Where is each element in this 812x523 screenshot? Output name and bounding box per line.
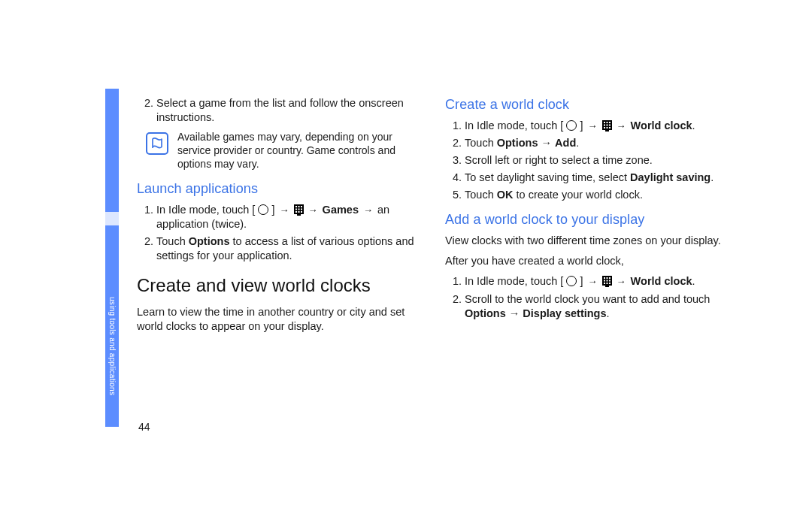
svg-rect-3	[301, 206, 302, 207]
svg-rect-29	[604, 283, 605, 284]
svg-rect-17	[609, 124, 611, 125]
svg-rect-6	[301, 208, 302, 210]
menu-grid-icon	[602, 276, 612, 287]
svg-rect-27	[606, 280, 607, 282]
launch-steps: In Idle mode, touch [ ] → → Games → an a…	[137, 203, 415, 264]
add-world-clock-intro: View clocks with two different time zone…	[445, 234, 723, 248]
menu-grid-icon	[294, 204, 304, 216]
svg-rect-1	[295, 206, 297, 207]
svg-rect-9	[301, 211, 302, 213]
svg-rect-20	[609, 127, 611, 128]
list-item: To set daylight saving time, select Dayl…	[465, 171, 723, 185]
list-item: Touch OK to create your world clock.	[465, 188, 723, 202]
right-column: Create a world clock In Idle mode, touch…	[445, 96, 723, 340]
heading-add-world-clock: Add a world clock to your display	[445, 211, 723, 229]
heading-create-world-clock: Create a world clock	[445, 96, 723, 114]
list-item: In Idle mode, touch [ ] → → Games → an a…	[156, 203, 415, 231]
home-key-icon	[258, 204, 268, 215]
side-accent-break	[105, 212, 119, 225]
note-text: Available games may vary, depending on y…	[177, 131, 415, 171]
svg-rect-21	[605, 130, 609, 132]
svg-rect-28	[609, 280, 611, 282]
page-number: 44	[138, 421, 150, 433]
svg-rect-30	[606, 283, 607, 284]
svg-rect-12	[604, 122, 605, 123]
svg-rect-13	[606, 122, 607, 123]
left-column: Select a game from the list and follow t…	[137, 96, 415, 340]
list-item: Select a game from the list and follow t…	[156, 96, 415, 125]
side-section-label: using tools and applications	[108, 297, 117, 432]
manual-page: using tools and applications Select a ga…	[0, 0, 812, 523]
svg-rect-14	[609, 122, 611, 123]
svg-rect-7	[295, 211, 297, 213]
svg-rect-25	[609, 277, 611, 279]
home-key-icon	[566, 276, 577, 286]
world-clocks-intro: Learn to view the time in another countr…	[137, 305, 415, 334]
menu-grid-icon	[602, 120, 612, 132]
note-block: Available games may vary, depending on y…	[146, 131, 415, 171]
svg-rect-4	[295, 208, 297, 210]
svg-rect-26	[604, 280, 605, 282]
svg-rect-32	[605, 286, 609, 287]
svg-rect-24	[606, 277, 607, 279]
list-item: Touch Options to access a list of variou…	[156, 234, 415, 263]
list-item: Scroll left or right to select a time zo…	[465, 153, 723, 168]
note-icon	[146, 132, 168, 155]
add-world-clock-steps: In Idle mode, touch [ ] → → World clock.…	[445, 274, 723, 320]
list-item: In Idle mode, touch [ ] → → World clock.	[465, 274, 723, 289]
heading-create-view-world-clocks: Create and view world clocks	[137, 274, 415, 298]
svg-rect-19	[606, 127, 607, 128]
svg-rect-5	[298, 208, 299, 210]
home-key-icon	[566, 120, 577, 131]
list-item: Touch Options → Add.	[465, 136, 723, 150]
svg-rect-2	[298, 206, 299, 207]
svg-rect-31	[609, 283, 611, 284]
add-world-clock-after: After you have created a world clock,	[445, 254, 723, 268]
svg-rect-10	[297, 214, 301, 216]
svg-rect-8	[298, 211, 299, 213]
create-world-clock-steps: In Idle mode, touch [ ] → → World clock.…	[445, 119, 723, 203]
svg-rect-23	[604, 277, 605, 279]
svg-rect-15	[604, 124, 605, 125]
list-item: Scroll to the world clock you want to ad…	[465, 292, 723, 321]
svg-rect-16	[606, 124, 607, 125]
content-columns: Select a game from the list and follow t…	[137, 96, 723, 340]
list-item: In Idle mode, touch [ ] → → World clock.	[465, 119, 723, 133]
games-steps-continued: Select a game from the list and follow t…	[137, 96, 415, 125]
svg-rect-18	[604, 127, 605, 128]
heading-launch-applications: Launch applications	[137, 180, 415, 198]
